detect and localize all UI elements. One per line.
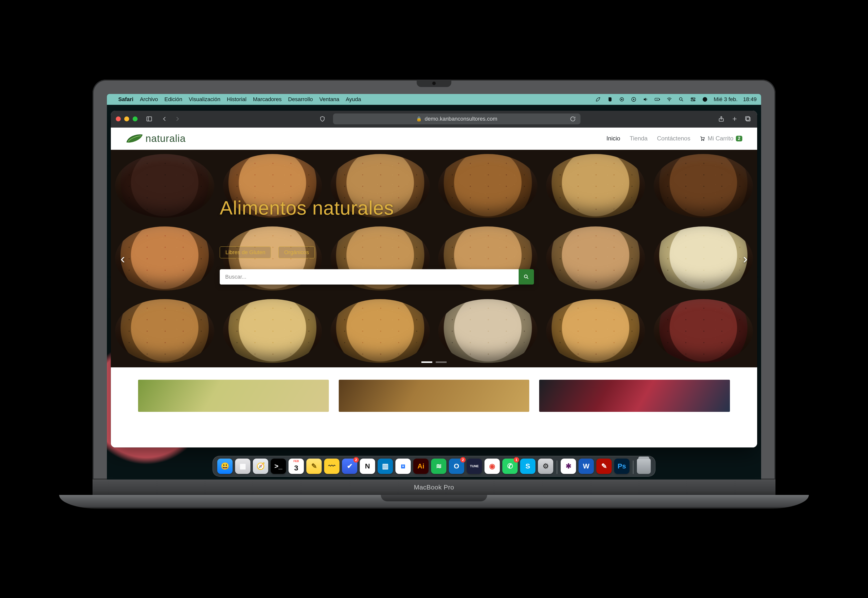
- record-icon[interactable]: [619, 96, 625, 103]
- dock-app-word[interactable]: W: [579, 459, 594, 474]
- privacy-report-button[interactable]: [318, 115, 327, 123]
- carousel-dot-1[interactable]: [421, 362, 432, 363]
- search-button[interactable]: [519, 269, 534, 284]
- share-button[interactable]: [717, 115, 726, 123]
- nav-inicio[interactable]: Inicio: [606, 135, 620, 142]
- dock-app-photoshop[interactable]: Ps: [614, 459, 630, 474]
- dock-app-miro[interactable]: 〰: [324, 459, 339, 474]
- svg-point-1: [621, 99, 623, 100]
- safari-window: 🔒 demo.kanbanconsultores.com: [111, 111, 757, 447]
- dock-app-notion[interactable]: N: [360, 459, 375, 474]
- dock-app-launchpad[interactable]: ▦: [235, 459, 250, 474]
- menubar-item-archivo[interactable]: Archivo: [140, 96, 158, 103]
- wifi-icon[interactable]: [666, 96, 673, 103]
- nav-tienda[interactable]: Tienda: [630, 135, 648, 142]
- dock-app-terminal[interactable]: >_: [271, 459, 286, 474]
- brand-name: naturalia: [145, 133, 186, 144]
- reload-button[interactable]: [568, 115, 577, 123]
- category-card[interactable]: [339, 380, 529, 412]
- new-tab-button[interactable]: [730, 115, 739, 123]
- svg-rect-4: [660, 99, 660, 100]
- hero-overlay: Alimentos naturales Libres de Gluten Org…: [220, 197, 532, 284]
- hero-title: Alimentos naturales: [220, 197, 532, 219]
- dock-app-acrobat[interactable]: ✎: [596, 459, 612, 474]
- menubar-item-historial[interactable]: Historial: [227, 96, 246, 103]
- dock-app-notes[interactable]: ✎: [306, 459, 322, 474]
- carousel-next[interactable]: ›: [740, 253, 751, 264]
- carousel-dot-2[interactable]: [436, 362, 447, 363]
- siri-icon[interactable]: [702, 96, 708, 103]
- dock-app-chrome[interactable]: ◉: [484, 459, 500, 474]
- nut-bowl: [542, 150, 649, 222]
- svg-point-17: [703, 140, 704, 141]
- dock-app-spotify[interactable]: ≋: [431, 459, 446, 474]
- dock-app-illustrator[interactable]: Ai: [413, 459, 429, 474]
- evernote-icon[interactable]: [607, 96, 613, 103]
- dock-app-outlook[interactable]: O2: [449, 459, 464, 474]
- category-card[interactable]: [138, 380, 329, 412]
- tag-organic[interactable]: Orgánicos: [278, 247, 315, 258]
- battery-icon[interactable]: [654, 96, 661, 103]
- dock-app-finder[interactable]: 😃: [217, 459, 232, 474]
- menubar-date[interactable]: Mié 3 feb.: [714, 96, 738, 103]
- cart-label: Mi Carrito: [708, 135, 733, 142]
- nav-contactenos[interactable]: Contáctenos: [657, 135, 690, 142]
- menubar-app-name[interactable]: Safari: [118, 96, 133, 103]
- dock-app-trello[interactable]: ▥: [378, 459, 393, 474]
- svg-rect-7: [691, 98, 695, 99]
- play-icon[interactable]: [630, 96, 637, 103]
- volume-icon[interactable]: [642, 96, 649, 103]
- menubar-item-desarrollo[interactable]: Desarrollo: [288, 96, 313, 103]
- dock-app-whatsapp[interactable]: ✆1: [502, 459, 518, 474]
- dock-app-calendar[interactable]: 3FEB: [288, 459, 304, 474]
- nav-cart[interactable]: Mi Carrito 2: [700, 135, 742, 142]
- dock-separator: [557, 460, 557, 474]
- url-bar[interactable]: 🔒 demo.kanbanconsultores.com: [333, 114, 580, 124]
- control-center-icon[interactable]: [690, 96, 696, 103]
- menubar-item-visualizacion[interactable]: Visualización: [189, 96, 220, 103]
- menubar-time[interactable]: 18:49: [743, 96, 757, 103]
- dock-app-settings[interactable]: ⚙: [538, 459, 553, 474]
- carousel-prev[interactable]: ‹: [117, 253, 128, 264]
- close-window-button[interactable]: [116, 117, 121, 121]
- dock-badge: 2: [353, 457, 359, 462]
- dock-app-slack[interactable]: ✱: [561, 459, 576, 474]
- tab-overview-button[interactable]: [744, 115, 752, 123]
- nut-bowl: [326, 295, 434, 367]
- screen: Safari Archivo Edición Visualización His…: [107, 94, 761, 480]
- dock-app-dropbox[interactable]: ⧈: [396, 459, 411, 474]
- tag-gluten-free[interactable]: Libres de Gluten: [220, 247, 271, 258]
- menubar-item-ayuda[interactable]: Ayuda: [346, 96, 361, 103]
- screen-bezel: Safari Archivo Edición Visualización His…: [93, 79, 775, 480]
- leaf-icon[interactable]: [595, 96, 601, 103]
- svg-point-16: [702, 140, 702, 141]
- menubar-item-marcadores[interactable]: Marcadores: [253, 96, 282, 103]
- svg-rect-8: [691, 100, 695, 101]
- forward-button[interactable]: [173, 115, 181, 123]
- minimize-window-button[interactable]: [124, 117, 129, 121]
- laptop-shadow: [59, 508, 809, 519]
- leaf-icon: [126, 133, 143, 144]
- fullscreen-window-button[interactable]: [133, 117, 138, 121]
- webpage: naturalia Inicio Tienda Contáctenos Mi C…: [111, 127, 757, 447]
- dock-app-tunein[interactable]: TUNE: [467, 459, 482, 474]
- svg-point-5: [669, 101, 670, 101]
- nut-bowl: [542, 222, 649, 295]
- window-controls: [116, 117, 138, 121]
- dock-app-todoist[interactable]: ✔2: [342, 459, 357, 474]
- sidebar-toggle-button[interactable]: [145, 115, 153, 123]
- laptop-hinge: MacBook Pro: [93, 480, 775, 495]
- dock-app-skype[interactable]: S: [520, 459, 535, 474]
- search-input[interactable]: [220, 269, 519, 284]
- back-button[interactable]: [160, 115, 169, 123]
- spotlight-icon[interactable]: [678, 96, 684, 103]
- site-logo[interactable]: naturalia: [126, 133, 186, 144]
- trash-icon[interactable]: [637, 459, 651, 474]
- url-host: demo.kanbanconsultores.com: [424, 116, 497, 122]
- nut-bowl: [111, 150, 219, 222]
- menubar-item-edicion[interactable]: Edición: [165, 96, 182, 103]
- nut-bowl: [649, 150, 757, 222]
- dock-app-safari[interactable]: 🧭: [253, 459, 268, 474]
- menubar-item-ventana[interactable]: Ventana: [319, 96, 339, 103]
- category-card[interactable]: [539, 380, 730, 412]
